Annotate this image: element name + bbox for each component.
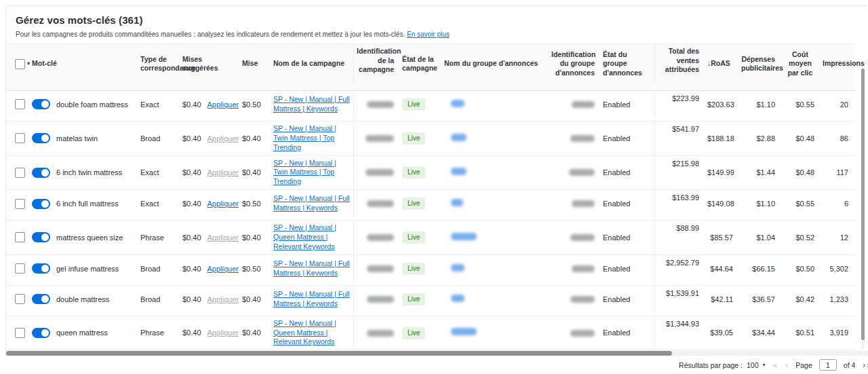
keywords-table: ▾ Mot-clé Type de correspondance Mises s… [6,43,855,350]
row-checkbox[interactable] [15,263,25,274]
adgroup-name-redacted[interactable] [451,134,467,141]
adgroup-name-redacted[interactable] [451,100,465,107]
keyword-enabled-toggle[interactable] [32,168,50,178]
keyword-label: 6 inch twin mattress [56,168,122,177]
campaign-name-link[interactable]: SP - New | Manual | Queen Mattress | Rel… [273,319,351,348]
avg-cpc-cell: $0.42 [781,292,820,307]
horizontal-scrollbar-thumb[interactable] [6,351,672,356]
keyword-label: 6 inch full mattress [56,199,119,208]
keyword-enabled-toggle[interactable] [32,232,50,242]
col-bid[interactable]: Mise [239,56,271,71]
keyword-enabled-toggle[interactable] [32,328,50,338]
row-checkbox[interactable] [15,133,25,143]
adgroup-status-cell: Enabled [600,165,654,180]
subtitle-text: Pour les campagnes de produits commandit… [16,31,405,38]
col-adgroup-id[interactable]: Identification du groupe d'annonces [549,48,600,81]
impressions-cell: 117 [820,165,854,180]
keyword-enabled-toggle[interactable] [32,133,50,143]
row-checkbox[interactable] [15,99,25,109]
results-per-page-select[interactable]: Résultats par page : 100 ▾ [679,361,766,369]
apply-bid-link[interactable]: Appliquer [208,264,239,274]
avg-cpc-cell: $0.55 [781,97,820,112]
campaign-id-cell [353,121,399,155]
apply-bid-link[interactable]: Appliquer [208,199,239,208]
select-all-checkbox[interactable] [15,59,25,69]
campaign-name-cell: SP - New | Manual | Twin Mattress | Top … [271,156,353,190]
campaign-name-cell: SP - New | Manual | Twin Mattress | Top … [271,121,353,155]
adgroup-name-redacted[interactable] [451,295,465,302]
keyword-enabled-toggle[interactable] [32,99,50,109]
keyword-enabled-toggle[interactable] [32,263,50,274]
adgroup-name-cell[interactable] [441,325,549,340]
col-campaign-id[interactable]: Identification de la campagne [353,44,399,83]
apply-bid-link[interactable]: Appliquer [208,100,239,109]
row-checkbox[interactable] [15,294,25,304]
adgroup-id-cell [549,286,600,313]
total-sales-cell: $88.99 [654,221,705,255]
adgroup-id-cell [549,91,600,118]
impressions-cell: 12 [820,230,854,245]
adgroup-name-cell[interactable] [441,292,549,307]
adgroup-name-cell[interactable] [441,230,549,245]
keywords-panel: Gérez vos mots-clés (361) Pour les campa… [5,5,867,356]
campaign-name-cell: SP - New | Manual | Full Mattress | Keyw… [271,92,353,117]
campaign-name-link[interactable]: SP - New | Manual | Queen Mattress | Rel… [273,223,351,252]
adgroup-name-cell[interactable] [441,131,549,146]
vertical-scrollbar-thumb[interactable] [861,69,865,340]
adgroup-id-redacted [570,296,595,303]
adgroup-name-cell[interactable] [441,261,549,276]
page-number-input[interactable] [819,359,837,371]
learn-more-link[interactable]: En savoir plus [407,31,450,38]
suggested-bid-value: $0.40 [182,100,201,109]
col-impressions[interactable]: Impressions [820,56,854,71]
col-campaign-name[interactable]: Nom de la campagne [271,56,353,71]
adgroup-name-redacted[interactable] [451,168,467,175]
campaign-name-link[interactable]: SP - New | Manual | Full Mattress | Keyw… [273,290,351,309]
keyword-enabled-toggle[interactable] [32,294,50,304]
campaign-name-link[interactable]: SP - New | Manual | Twin Mattress | Top … [273,159,351,187]
toggle-knob [41,295,49,303]
adgroup-name-redacted[interactable] [451,328,477,335]
row-checkbox[interactable] [15,328,25,338]
campaign-name-link[interactable]: SP - New | Manual | Full Mattress | Keyw… [273,194,351,213]
adgroup-id-redacted [572,200,595,207]
col-adgroup-name[interactable]: Nom du groupe d'annonces [441,56,549,71]
roas-cell: $203.63 [705,97,738,112]
first-page-button[interactable]: « [772,360,778,370]
adgroup-name-redacted[interactable] [451,233,477,240]
horizontal-scrollbar[interactable] [6,351,868,356]
col-total-sales[interactable]: Total des ventes attribuées [654,44,705,83]
keyword-enabled-toggle[interactable] [32,199,50,209]
col-campaign-status[interactable]: État de la campagne [399,52,441,76]
col-avg-cpc[interactable]: Coût moyen par clic [781,48,820,81]
campaign-name-link[interactable]: SP - New | Manual | Twin Mattress | Top … [273,124,351,153]
col-ad-spend[interactable]: Dépenses publicitaires [738,52,781,76]
row-select-cell [6,165,29,181]
row-select-cell [6,196,29,212]
row-checkbox[interactable] [15,199,25,209]
col-suggested-bids[interactable]: Mises suggérées [180,52,239,76]
adgroup-name-redacted[interactable] [451,264,465,272]
campaign-name-cell: SP - New | Manual | Queen Mattress | Rel… [271,221,353,255]
adgroup-name-redacted[interactable] [451,199,463,206]
match-type-cell: Exact [138,97,180,112]
prev-page-button[interactable]: ‹ [785,360,789,370]
keyword-label: queen mattress [56,328,108,337]
col-match-type[interactable]: Type de correspondance [138,52,180,76]
apply-bid-link: Appliquer [208,328,239,337]
row-checkbox[interactable] [15,232,25,242]
campaign-name-link[interactable]: SP - New | Manual | Full Mattress | Keyw… [273,259,351,278]
adgroup-status-cell: Enabled [600,196,654,211]
adgroup-name-cell[interactable] [441,165,549,180]
col-adgroup-status[interactable]: État du groupe d'annonces [600,48,654,81]
row-checkbox[interactable] [15,168,25,178]
adgroup-name-cell[interactable] [441,196,549,211]
col-roas[interactable]: ↓RoAS [705,56,738,71]
adgroup-id-cell [549,190,600,217]
adgroup-name-cell[interactable] [441,97,549,112]
results-per-page-caret-icon: ▾ [763,362,766,368]
vertical-scrollbar[interactable] [861,67,865,349]
bid-cell: $0.50 [239,97,271,112]
col-keyword[interactable]: Mot-clé [29,56,138,71]
campaign-name-link[interactable]: SP - New | Manual | Full Mattress | Keyw… [273,95,351,114]
